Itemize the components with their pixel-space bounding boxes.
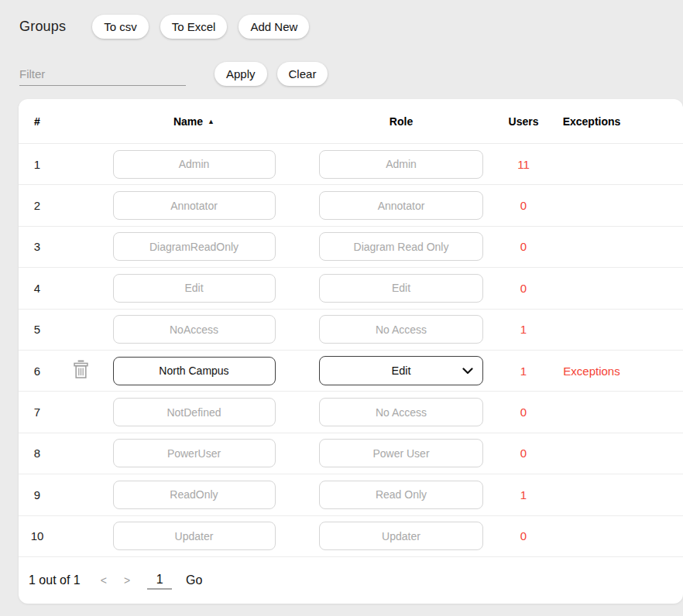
group-role-input[interactable] [319,232,483,261]
name-cell [105,274,283,303]
group-name-input[interactable] [113,150,276,179]
row-number: 10 [19,529,56,542]
apply-button[interactable]: Apply [215,62,267,86]
table-row: 6 Edit 1 Exceptions [19,350,683,391]
users-count: 0 [496,240,551,253]
group-role-input[interactable] [319,481,483,509]
table-row: 7 0 [19,391,683,432]
name-cell [105,481,283,509]
group-name-input[interactable] [113,481,276,509]
to-excel-button[interactable]: To Excel [160,15,228,39]
table-row: 5 1 [19,309,683,350]
group-name-input[interactable] [113,232,276,261]
name-cell [105,357,283,385]
group-role-input[interactable] [319,274,483,303]
row-number: 9 [19,488,56,501]
users-count: 0 [496,282,551,295]
role-cell: Edit [319,356,483,385]
sort-asc-icon: ▲ [208,118,215,125]
prev-page-button[interactable]: < [101,574,107,587]
group-role-input[interactable] [319,439,483,467]
pagination-bar: 1 out of 1 < > Go [19,556,683,604]
row-number: 4 [19,282,56,295]
add-new-button[interactable]: Add New [239,15,309,39]
role-select-value: Edit [392,364,411,377]
filter-bar: Apply Clear [19,62,683,86]
role-select[interactable]: Edit [319,356,483,385]
group-name-input[interactable] [113,439,276,467]
table-row: 10 0 [19,515,683,556]
name-cell [105,315,283,344]
exceptions-link[interactable]: Exceptions [551,364,633,378]
table-row: 4 0 [19,267,683,308]
name-cell [105,439,283,467]
page-title: Groups [19,19,66,35]
name-cell [105,398,283,426]
users-count: 1 [496,364,551,378]
name-cell [105,150,283,179]
row-number: 2 [19,199,56,212]
column-header-users[interactable]: Users [496,115,551,128]
groups-table-card: # Name▲ Role Users Exceptions 1 11 2 0 [19,99,683,604]
group-role-input[interactable] [319,522,483,550]
next-page-button[interactable]: > [124,574,130,587]
group-role-input[interactable] [319,191,483,220]
users-count: 1 [496,488,551,501]
users-count: 0 [496,529,551,542]
row-number: 5 [19,323,56,336]
users-count: 0 [496,406,551,419]
row-number: 3 [19,240,56,253]
row-number: 1 [19,158,56,171]
role-cell [319,150,483,179]
group-name-input[interactable] [113,398,276,426]
table-row: 1 11 [19,143,683,184]
top-toolbar: Groups To csv To Excel Add New [0,0,683,39]
group-name-input[interactable] [113,522,276,550]
column-header-role[interactable]: Role [319,115,483,128]
group-role-input[interactable] [319,315,483,344]
chevron-down-icon [462,364,473,378]
role-cell [319,315,483,344]
row-number: 7 [19,406,56,419]
role-cell [319,522,483,550]
name-cell [105,191,283,220]
role-cell [319,398,483,426]
table-row: 2 0 [19,184,683,225]
users-count: 0 [496,447,551,460]
row-number: 6 [19,364,56,378]
role-cell [319,439,483,467]
group-role-input[interactable] [319,150,483,179]
users-count: 11 [496,158,551,171]
go-button[interactable]: Go [186,573,202,587]
column-header-exceptions[interactable]: Exceptions [551,115,633,128]
table-row: 9 1 [19,474,683,515]
table-row: 3 0 [19,226,683,267]
row-number: 8 [19,447,56,460]
group-name-input[interactable] [113,357,276,385]
group-name-input[interactable] [113,191,276,220]
column-header-num: # [19,115,56,128]
role-cell [319,191,483,220]
role-cell [319,481,483,509]
group-name-input[interactable] [113,315,276,344]
filter-input[interactable] [19,63,186,86]
trash-icon [72,359,90,382]
table-row: 8 0 [19,433,683,474]
group-role-input[interactable] [319,398,483,426]
to-csv-button[interactable]: To csv [92,15,149,39]
page-summary: 1 out of 1 [29,573,81,587]
name-cell [105,232,283,261]
delete-group-button[interactable] [69,359,92,382]
users-count: 1 [496,323,551,336]
table-header-row: # Name▲ Role Users Exceptions [19,99,683,143]
group-name-input[interactable] [113,274,276,303]
page-number-input[interactable] [147,571,172,590]
role-cell [319,232,483,261]
users-count: 0 [496,199,551,212]
table-body: 1 11 2 0 3 0 4 [19,143,683,556]
clear-button[interactable]: Clear [277,62,328,86]
column-header-name[interactable]: Name▲ [105,115,283,128]
role-cell [319,274,483,303]
name-cell [105,522,283,550]
